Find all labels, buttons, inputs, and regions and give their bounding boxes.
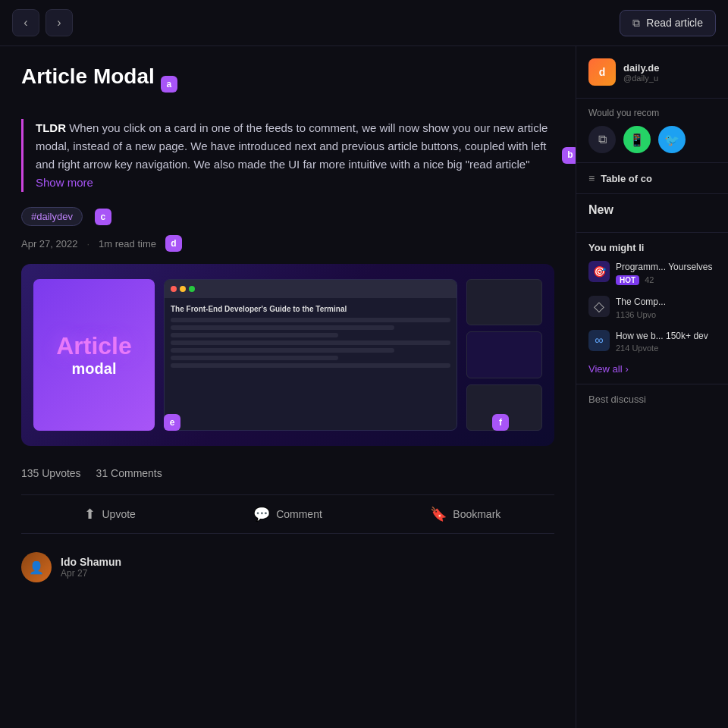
annotation-f: f (492, 414, 509, 431)
tag-row: #dailydev c (21, 207, 554, 226)
article-date: Apr 27, 2022 (21, 238, 77, 249)
upvote-button[interactable]: ⬆ Upvote (21, 495, 199, 533)
related-count-1: 42 (645, 275, 654, 284)
tldr-block: TLDR When you click on a card in one of … (21, 119, 554, 192)
recommend-section: Would you recom ⧉ 📱 🐦 (576, 99, 728, 163)
image-art-title: Article (56, 332, 132, 360)
tldr-label: TLDR (36, 121, 66, 134)
annotation-e: e (164, 414, 180, 431)
article-title: Article Modal (21, 64, 155, 89)
nav-buttons: ‹ › (12, 9, 73, 36)
toc-icon: ≡ (588, 172, 595, 184)
fake-line (171, 325, 394, 330)
might-like-section: You might li 🎯 Programm... Yourselves HO… (576, 233, 728, 384)
related-item[interactable]: ◇ The Comp... 1136 Upvo (588, 296, 716, 319)
annotation-a: a (161, 76, 177, 93)
fake-line (171, 340, 450, 345)
fake-line (171, 333, 338, 337)
avatar: 👤 (21, 552, 52, 582)
related-meta-2: 1136 Upvo (616, 310, 716, 319)
toc-header[interactable]: ≡ Table of co (588, 172, 716, 184)
comment-section: 👤 Ido Shamun Apr 27 (21, 552, 554, 582)
image-center-mockup: The Front-End Developer's Guide to the T… (164, 279, 457, 431)
bookmark-label: Bookmark (453, 508, 500, 520)
fake-line (171, 356, 338, 360)
best-discussion-label: Best discussi (588, 394, 646, 405)
annotation-b: b (562, 147, 576, 164)
view-all-button[interactable]: View all › (588, 363, 716, 375)
related-icon-3: ∞ (588, 330, 610, 351)
fake-line (171, 363, 450, 368)
related-title-2: The Comp... (616, 296, 716, 309)
read-article-button[interactable]: ⧉ Read article (620, 10, 716, 36)
copy-share-button[interactable]: ⧉ (588, 126, 616, 153)
best-discussion-section: Best discussi (576, 384, 728, 411)
source-info: d daily.de @daily_u (576, 46, 728, 99)
comment-author-row: 👤 Ido Shamun Apr 27 (21, 552, 554, 582)
comment-button[interactable]: 💬 Comment (199, 495, 376, 533)
twitter-share-button[interactable]: 🐦 (658, 126, 686, 153)
view-all-label: View all (588, 363, 623, 375)
bookmark-icon: 🔖 (430, 506, 447, 522)
bookmark-button[interactable]: 🔖 Bookmark (377, 495, 554, 533)
browser-dot-red (171, 286, 177, 292)
image-right-cards (466, 279, 542, 431)
prev-button[interactable]: ‹ (12, 9, 39, 36)
new-section: New (576, 194, 728, 233)
source-logo: d (588, 58, 616, 86)
small-card-2 (466, 331, 542, 378)
read-time: 1m read time (99, 238, 156, 249)
comment-icon: 💬 (253, 506, 270, 522)
share-icons: ⧉ 📱 🐦 (588, 126, 716, 153)
related-icon-1: 🎯 (588, 261, 610, 282)
browser-dot-yellow (180, 286, 186, 292)
meta-row: Apr 27, 2022 · 1m read time d (21, 235, 554, 252)
related-text-3: How we b... 150k+ dev 214 Upvote (616, 330, 716, 353)
article-tag[interactable]: #dailydev (21, 207, 83, 226)
comment-date: Apr 27 (61, 568, 121, 579)
show-more-link[interactable]: Show more (36, 176, 93, 189)
annotation-d: d (165, 235, 182, 252)
top-bar: ‹ › ⧉ Read article (0, 0, 728, 46)
image-left-card: Article modal (33, 279, 155, 431)
source-handle: @daily_u (623, 74, 659, 83)
new-label: New (588, 203, 716, 217)
right-sidebar: d daily.de @daily_u Would you recom ⧉ 📱 … (576, 46, 728, 728)
related-title-1: Programm... Yourselves (616, 261, 716, 274)
small-card-1 (466, 279, 542, 325)
related-icon-2: ◇ (588, 296, 610, 317)
related-title-3: How we b... 150k+ dev (616, 330, 716, 343)
inner-article-title: The Front-End Developer's Guide to the T… (171, 304, 450, 315)
chevron-right-icon: › (626, 363, 629, 375)
related-item[interactable]: ∞ How we b... 150k+ dev 214 Upvote (588, 330, 716, 353)
stats-row: 135 Upvotes 31 Comments (21, 467, 554, 479)
comment-author-name: Ido Shamun (61, 556, 121, 568)
source-name: daily.de (623, 62, 659, 74)
fake-line (171, 318, 450, 322)
related-text-1: Programm... Yourselves HOT 42 (616, 261, 716, 285)
comment-count: 31 Comments (96, 467, 162, 479)
comment-label: Comment (276, 508, 322, 520)
fake-line (171, 348, 394, 353)
related-meta-1: HOT 42 (616, 275, 716, 285)
tldr-text: When you click on a card in one of the f… (36, 121, 548, 171)
upvote-count: 135 Upvotes (21, 467, 81, 479)
upvote-icon: ⬆ (84, 506, 96, 522)
toc-label: Table of co (601, 173, 652, 184)
article-panel: Article Modal a TLDR When you click on a… (0, 46, 576, 728)
action-bar: ⬆ Upvote 💬 Comment 🔖 Bookmark (21, 494, 554, 534)
article-image: Article modal The Front-End Developer's … (21, 264, 554, 446)
annotation-c: c (95, 209, 111, 225)
toc-section: ≡ Table of co (576, 163, 728, 194)
comment-meta: Ido Shamun Apr 27 (61, 556, 121, 579)
related-item[interactable]: 🎯 Programm... Yourselves HOT 42 (588, 261, 716, 285)
fake-browser-content: The Front-End Developer's Guide to the T… (165, 298, 457, 430)
next-button[interactable]: › (46, 9, 73, 36)
whatsapp-share-button[interactable]: 📱 (623, 126, 651, 153)
external-link-icon: ⧉ (632, 17, 640, 30)
main-layout: Article Modal a TLDR When you click on a… (0, 46, 728, 728)
upvote-label: Upvote (102, 508, 135, 520)
related-text-2: The Comp... 1136 Upvo (616, 296, 716, 319)
related-meta-3: 214 Upvote (616, 344, 716, 353)
hot-badge: HOT (616, 275, 639, 285)
